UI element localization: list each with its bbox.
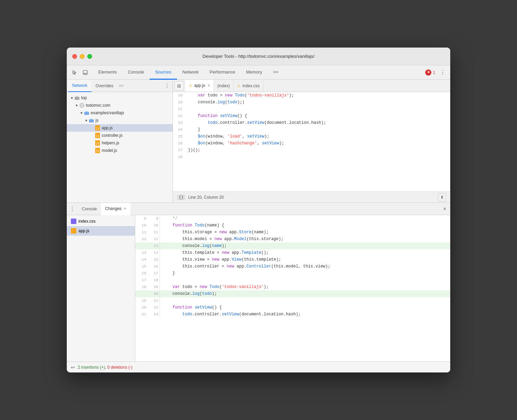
status-position: Line 20, Column 20 [188, 195, 224, 200]
changes-file-list: index.css app.js [67, 215, 135, 362]
bottom-tab-changes[interactable]: Changes × [101, 203, 130, 215]
tab-warning-appjs: ⚠ [189, 83, 192, 88]
tree-arrow-js: ▼ [84, 119, 89, 122]
bottom-section: ⋮ Console Changes × × [67, 203, 450, 372]
diff-line-15: 21 23 todo.controller.setView(document.l… [135, 311, 450, 318]
tree-item-todomvc[interactable]: ▼ todomvc.com [67, 102, 173, 109]
code-line-23: 23 todo.controller.setView(document.loca… [173, 119, 450, 126]
maximize-button[interactable] [87, 54, 92, 59]
diff-line-6: 13 14 this.template = new app.Template()… [135, 249, 450, 256]
sidebar-menu-icon[interactable]: ⋮ [163, 82, 171, 90]
dock-icon[interactable] [80, 68, 90, 77]
tree-label-js: js [96, 118, 99, 123]
tab-close-appjs[interactable]: × [207, 83, 210, 88]
title-bar: Developer Tools - http://todomvc.com/exa… [67, 48, 450, 65]
tree-item-examples[interactable]: ▼ examples/vanillajs [67, 109, 173, 117]
editor-tab-index[interactable]: (index) [214, 80, 234, 92]
editor-area: ⊞ ⚠ app.js × (index) ⚠ index.css [173, 80, 450, 202]
editor-tab-indexcss[interactable]: ⚠ index.css [234, 80, 263, 92]
code-line-27: 27 })(); [173, 147, 450, 154]
tab-more[interactable]: >> [268, 65, 284, 80]
changes-file-item-css[interactable]: index.css [67, 216, 135, 226]
bottom-close-icon[interactable]: × [441, 205, 449, 213]
code-line-19: 19 var todo = new Todo('todos-vanillajs'… [173, 92, 450, 99]
diff-content[interactable]: 9 9 */ 10 10 function Todo(name) { [135, 215, 450, 362]
tab-console[interactable]: Console [122, 65, 150, 80]
changes-file-item-js[interactable]: app.js [67, 226, 135, 236]
bottom-panel: ⋮ Console Changes × × [67, 203, 450, 372]
diff-line-8: 15 16 this.controller = new app.Controll… [135, 263, 450, 270]
toolbar-icons [70, 68, 90, 77]
tab-warning-indexcss: ⚠ [237, 83, 241, 88]
diff-line-13: 19 21 [135, 297, 450, 304]
code-line-24: 24 } [173, 126, 450, 133]
close-button[interactable] [72, 54, 77, 59]
tree-arrow-top: ▼ [70, 96, 74, 100]
bottom-menu-icon[interactable]: ⋮ [68, 205, 76, 213]
editor-tab-appjs[interactable]: ⚠ app.js × [185, 80, 214, 92]
tree-arrow-todomvc: ▼ [74, 104, 79, 107]
status-braces: {} [177, 195, 185, 200]
svg-rect-17 [72, 229, 75, 233]
diff-line-9: 16 17 } [135, 270, 450, 277]
error-badge[interactable]: ✕ 1 [425, 69, 435, 76]
editor-tab-label-appjs: app.js [194, 83, 205, 88]
diff-line-11: 18 19 var todo = new Todo('todos-vanilla… [135, 284, 450, 290]
tree-label-top: top [81, 95, 87, 100]
minimize-button[interactable] [80, 54, 85, 59]
tab-sources[interactable]: Sources [150, 65, 177, 80]
nav-tabs: Elements Console Sources Network Perform… [93, 65, 284, 80]
tree-label-todomvc: todomvc.com [86, 103, 110, 108]
sidebar-tab-more[interactable]: >> [119, 83, 124, 88]
tab-elements[interactable]: Elements [93, 65, 122, 80]
diff-line-2: 10 10 function Todo(name) { [135, 222, 450, 229]
diff-line-10: 17 18 [135, 277, 450, 284]
js-file-icon [71, 228, 76, 234]
tab-performance[interactable]: Performance [204, 65, 240, 80]
tree-item-js[interactable]: ▼ js [67, 117, 173, 124]
editor-toggle-btn[interactable]: ⊞ [174, 81, 184, 91]
status-expand-icon[interactable]: ⬆ [438, 193, 446, 201]
cursor-icon[interactable] [70, 68, 79, 77]
tab-network[interactable]: Network [177, 65, 204, 80]
svg-rect-16 [72, 220, 75, 223]
sidebar-tab-network[interactable]: Network [68, 80, 91, 92]
more-options-icon[interactable]: ⋮ [438, 68, 447, 77]
code-content[interactable]: 19 var todo = new Todo('todos-vanillajs'… [173, 92, 450, 192]
tree-item-controllerjs[interactable]: ▶ js controller.js [67, 132, 173, 139]
tree-item-helpersjs[interactable]: ▶ js helpers.js [67, 139, 173, 147]
folder-icon-examples [84, 110, 89, 116]
bottom-status-text: 2 insertions (+), 0 deletions (-) [78, 365, 133, 370]
folder-icon-top [74, 95, 80, 101]
svg-text:js: js [96, 149, 99, 153]
tree-item-appjs[interactable]: ▶ js app.js [67, 124, 173, 132]
bottom-status-bar: ↩ 2 insertions (+), 0 deletions (-) [67, 362, 450, 372]
top-section: Network Overrides >> ⋮ ▼ top [67, 80, 450, 203]
undo-icon[interactable]: ↩ [71, 365, 75, 370]
diff-line-14: 20 22 function setView() { [135, 304, 450, 311]
error-icon: ✕ [425, 69, 431, 76]
svg-text:js: js [96, 142, 99, 145]
content-area: Network Overrides >> ⋮ ▼ top [67, 80, 450, 372]
editor-tab-label-index: (index) [217, 83, 230, 88]
svg-text:js: js [96, 134, 99, 137]
changes-file-label-js: app.js [78, 228, 89, 233]
tab-memory[interactable]: Memory [241, 65, 268, 80]
svg-rect-6 [84, 112, 89, 115]
diff-line-7: 14 15 this.view = new app.View(this.temp… [135, 256, 450, 263]
tree-item-top[interactable]: ▼ top [67, 94, 173, 102]
bottom-tab-changes-close[interactable]: × [124, 206, 126, 211]
code-line-21: 21 [173, 106, 450, 113]
devtools-window: Developer Tools - http://todomvc.com/exa… [67, 48, 450, 372]
sources-sidebar: Network Overrides >> ⋮ ▼ top [67, 80, 173, 202]
traffic-lights [72, 54, 92, 59]
sidebar-tab-overrides[interactable]: Overrides [91, 80, 117, 92]
tree-label-modeljs: model.js [102, 148, 117, 153]
diff-line-5-added: 13 console.log(name); [135, 242, 450, 249]
file-icon-controllerjs: js [95, 133, 100, 138]
tree-item-modeljs[interactable]: ▶ js model.js [67, 147, 173, 154]
changes-panel: index.css app.js 9 [67, 215, 450, 362]
bottom-tab-console[interactable]: Console [78, 203, 101, 215]
tree-arrow-examples: ▼ [79, 111, 84, 115]
editor-tab-label-indexcss: index.css [242, 83, 260, 88]
